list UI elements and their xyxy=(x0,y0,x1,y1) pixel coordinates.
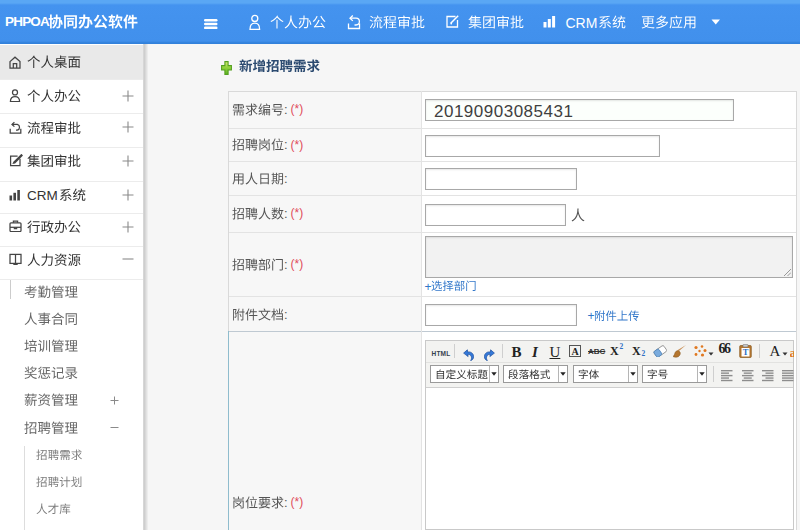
svg-text:T: T xyxy=(743,347,749,357)
